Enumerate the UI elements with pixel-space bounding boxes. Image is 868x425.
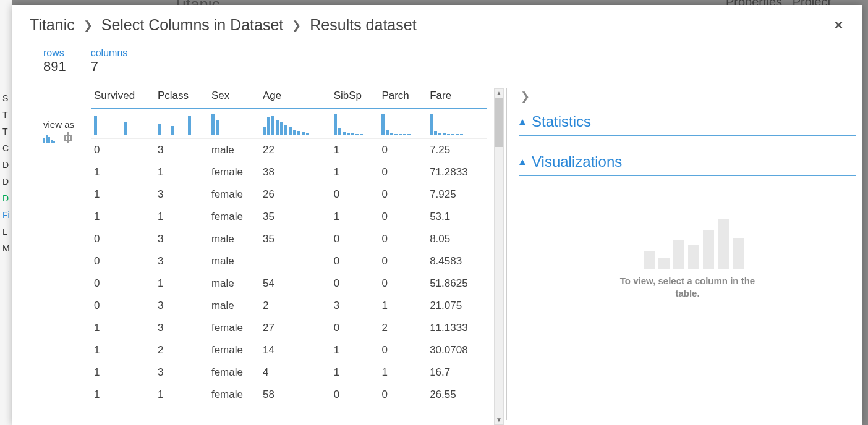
cell-pclass[interactable]: 3 xyxy=(155,295,209,317)
table-row[interactable]: 03male22107.25 xyxy=(91,139,487,162)
cell-sibsp[interactable]: 1 xyxy=(331,161,380,183)
table-row[interactable]: 01male540051.8625 xyxy=(91,272,487,295)
statistics-section-header[interactable]: Statistics xyxy=(519,111,856,136)
cell-sex[interactable]: female xyxy=(209,339,260,361)
cell-parch[interactable]: 2 xyxy=(379,317,427,339)
cell-parch[interactable]: 0 xyxy=(379,272,427,295)
cell-age[interactable]: 4 xyxy=(260,361,331,384)
vertical-scrollbar[interactable]: ▲ ▼ xyxy=(494,88,504,425)
cell-age[interactable]: 2 xyxy=(260,295,331,317)
collapse-right-icon[interactable]: ❯ xyxy=(519,87,856,111)
cell-sibsp[interactable]: 1 xyxy=(331,339,380,361)
histogram-survived[interactable] xyxy=(91,109,155,139)
cell-sex[interactable]: female xyxy=(209,161,260,183)
cell-age[interactable]: 35 xyxy=(260,206,331,228)
cell-fare[interactable]: 71.2833 xyxy=(427,161,487,183)
cell-survived[interactable]: 0 xyxy=(91,228,155,250)
table-row[interactable]: 11female381071.2833 xyxy=(91,161,487,183)
column-header-sibsp[interactable]: SibSp xyxy=(331,83,380,109)
scroll-up-icon[interactable]: ▲ xyxy=(495,89,503,98)
cell-sibsp[interactable]: 1 xyxy=(331,206,380,228)
cell-sibsp[interactable]: 3 xyxy=(331,295,380,317)
cell-sex[interactable]: female xyxy=(209,206,260,228)
cell-parch[interactable]: 0 xyxy=(379,228,427,250)
scroll-thumb[interactable] xyxy=(495,98,503,147)
cell-pclass[interactable]: 2 xyxy=(155,339,209,361)
cell-age[interactable]: 58 xyxy=(260,384,331,406)
cell-parch[interactable]: 0 xyxy=(379,250,427,272)
histogram-sex[interactable] xyxy=(209,109,260,139)
column-header-fare[interactable]: Fare xyxy=(427,83,487,109)
cell-pclass[interactable]: 3 xyxy=(155,183,209,206)
column-header-parch[interactable]: Parch xyxy=(379,83,427,109)
cell-fare[interactable]: 21.075 xyxy=(427,295,487,317)
cell-sex[interactable]: female xyxy=(209,361,260,384)
table-row[interactable]: 13female26007.925 xyxy=(91,183,487,206)
cell-sibsp[interactable]: 0 xyxy=(331,384,380,406)
table-row[interactable]: 11female351053.1 xyxy=(91,206,487,228)
cell-fare[interactable]: 53.1 xyxy=(427,206,487,228)
cell-fare[interactable]: 7.25 xyxy=(427,139,487,162)
cell-sex[interactable]: female xyxy=(209,317,260,339)
cell-pclass[interactable]: 3 xyxy=(155,361,209,384)
cell-fare[interactable]: 8.05 xyxy=(427,228,487,250)
cell-survived[interactable]: 1 xyxy=(91,339,155,361)
cell-fare[interactable]: 26.55 xyxy=(427,384,487,406)
cell-sibsp[interactable]: 0 xyxy=(331,250,380,272)
cell-pclass[interactable]: 3 xyxy=(155,228,209,250)
cell-fare[interactable]: 11.1333 xyxy=(427,317,487,339)
cell-fare[interactable]: 8.4583 xyxy=(427,250,487,272)
cell-survived[interactable]: 0 xyxy=(91,272,155,295)
column-header-age[interactable]: Age xyxy=(260,83,331,109)
cell-parch[interactable]: 0 xyxy=(379,206,427,228)
cell-fare[interactable]: 16.7 xyxy=(427,361,487,384)
cell-pclass[interactable]: 3 xyxy=(155,139,209,162)
cell-sex[interactable]: female xyxy=(209,384,260,406)
cell-sex[interactable]: female xyxy=(209,183,260,206)
scroll-down-icon[interactable]: ▼ xyxy=(495,416,503,424)
cell-age[interactable]: 35 xyxy=(260,228,331,250)
cell-parch[interactable]: 0 xyxy=(379,339,427,361)
cell-sex[interactable]: male xyxy=(209,250,260,272)
cell-pclass[interactable]: 3 xyxy=(155,250,209,272)
cell-age[interactable] xyxy=(260,250,331,272)
cell-parch[interactable]: 1 xyxy=(379,361,427,384)
visualizations-section-header[interactable]: Visualizations xyxy=(519,151,856,176)
histogram-age[interactable] xyxy=(260,109,331,139)
cell-age[interactable]: 38 xyxy=(260,161,331,183)
cell-age[interactable]: 26 xyxy=(260,183,331,206)
cell-sibsp[interactable]: 0 xyxy=(331,228,380,250)
cell-pclass[interactable]: 1 xyxy=(155,272,209,295)
table-row[interactable]: 11female580026.55 xyxy=(91,384,487,406)
cell-sibsp[interactable]: 1 xyxy=(331,139,380,162)
histogram-pclass[interactable] xyxy=(155,109,209,139)
table-row[interactable]: 13female270211.1333 xyxy=(91,317,487,339)
cell-pclass[interactable]: 1 xyxy=(155,384,209,406)
cell-survived[interactable]: 1 xyxy=(91,361,155,384)
cell-age[interactable]: 27 xyxy=(260,317,331,339)
column-header-pclass[interactable]: Pclass xyxy=(155,83,209,109)
cell-survived[interactable]: 1 xyxy=(91,317,155,339)
table-row[interactable]: 03male008.4583 xyxy=(91,250,487,272)
cell-sex[interactable]: male xyxy=(209,228,260,250)
table-row[interactable]: 13female41116.7 xyxy=(91,361,487,384)
cell-fare[interactable]: 7.925 xyxy=(427,183,487,206)
cell-pclass[interactable]: 1 xyxy=(155,161,209,183)
cell-parch[interactable]: 0 xyxy=(379,183,427,206)
table-row[interactable]: 03male23121.075 xyxy=(91,295,487,317)
cell-survived[interactable]: 0 xyxy=(91,250,155,272)
cell-sex[interactable]: male xyxy=(209,272,260,295)
cell-parch[interactable]: 0 xyxy=(379,161,427,183)
cell-survived[interactable]: 1 xyxy=(91,183,155,206)
cell-sex[interactable]: male xyxy=(209,295,260,317)
table-row[interactable]: 12female141030.0708 xyxy=(91,339,487,361)
cell-sex[interactable]: male xyxy=(209,139,260,162)
histogram-view-icon[interactable] xyxy=(43,132,58,143)
histogram-sibsp[interactable] xyxy=(331,109,380,139)
cell-age[interactable]: 14 xyxy=(260,339,331,361)
cell-parch[interactable]: 0 xyxy=(379,139,427,162)
cell-parch[interactable]: 1 xyxy=(379,295,427,317)
cell-survived[interactable]: 0 xyxy=(91,295,155,317)
histogram-parch[interactable] xyxy=(379,109,427,139)
cell-age[interactable]: 54 xyxy=(260,272,331,295)
